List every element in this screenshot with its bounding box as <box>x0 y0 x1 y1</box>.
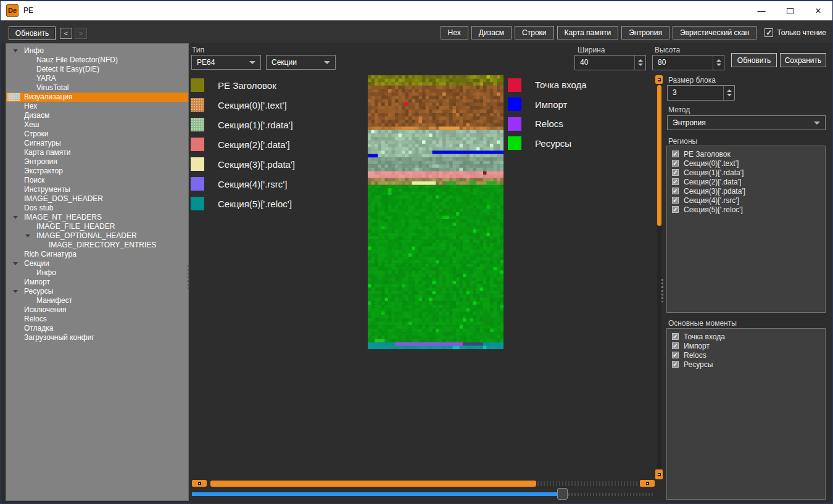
sidebar-item-сигнатуры[interactable]: Сигнатуры <box>6 139 188 148</box>
minimize-button[interactable]: — <box>747 1 776 20</box>
strings-button[interactable]: Строки <box>515 26 553 39</box>
sidebar-item-label: Инфо <box>6 46 188 56</box>
back-button[interactable]: < <box>60 28 72 39</box>
sidebar-item-энтропия[interactable]: Энтропия <box>6 157 188 167</box>
width-spinner[interactable]: 40 <box>574 55 646 70</box>
right-panel-splitter[interactable] <box>661 279 663 302</box>
checkbox[interactable]: ✓ <box>672 160 679 167</box>
sidebar-item-импорт[interactable]: Импорт <box>6 278 188 287</box>
scroll-left-button[interactable] <box>192 480 207 487</box>
heuristic-scan-button[interactable]: Эвристический скан <box>673 26 756 39</box>
visualization-bitmap[interactable] <box>368 75 504 349</box>
checkbox[interactable]: ✓ <box>672 206 679 213</box>
sidebar-item-карта-памяти[interactable]: Карта памяти <box>6 148 188 157</box>
check-item-relocs[interactable]: ✓Relocs <box>667 350 825 360</box>
sidebar-item-дизасм[interactable]: Дизасм <box>6 111 188 120</box>
memory-map-button[interactable]: Карта памяти <box>557 26 619 39</box>
viz-refresh-button[interactable]: Обновить <box>731 53 777 67</box>
checkbox[interactable]: ✓ <box>672 178 679 185</box>
block-size-spinner[interactable]: 3 <box>667 85 735 101</box>
checkbox[interactable]: ✓ <box>672 333 679 340</box>
save-button[interactable]: Сохранить <box>780 53 826 67</box>
sidebar-item-поиск[interactable]: Поиск <box>6 176 188 185</box>
sidebar-item-relocs[interactable]: Relocs <box>6 315 188 324</box>
sidebar-item-label: Инструменты <box>6 185 188 194</box>
sidebar-item-hex[interactable]: Hex <box>6 102 188 111</box>
sidebar-item-image-dos-header[interactable]: IMAGE_DOS_HEADER <box>6 194 188 204</box>
sidebar-item-label: Relocs <box>6 315 188 324</box>
scroll-right-button[interactable] <box>640 480 655 487</box>
sidebar-item-экстрактор[interactable]: Экстрактор <box>6 167 188 176</box>
check-item-ресурсы[interactable]: ✓Ресурсы <box>667 360 825 369</box>
sidebar-splitter[interactable] <box>188 265 189 289</box>
check-item-секция-0-text[interactable]: ✓Секция(0)['.text'] <box>667 159 825 168</box>
check-item-pe-заголовок[interactable]: ✓PE Заголовок <box>667 149 825 159</box>
spinner-arrows-icon[interactable] <box>713 56 724 70</box>
expand-arrow-icon[interactable] <box>13 49 18 52</box>
checkbox[interactable]: ✓ <box>672 197 679 204</box>
sidebar-item-исключения[interactable]: Исключения <box>6 305 188 315</box>
refresh-button[interactable]: Обновить <box>9 27 56 40</box>
type-combo[interactable]: PE64 <box>191 55 261 70</box>
check-item-секция-2-data[interactable]: ✓Секция(2)['.data'] <box>667 177 825 186</box>
checkbox[interactable]: ✓ <box>672 342 679 349</box>
checkbox[interactable]: ✓ <box>672 361 679 368</box>
close-button[interactable]: ✕ <box>804 1 832 20</box>
expand-arrow-icon[interactable] <box>25 234 30 238</box>
sidebar-item-image-directory-entries[interactable]: IMAGE_DIRECTORY_ENTRIES <box>6 241 188 250</box>
check-item-секция-4-rsrc[interactable]: ✓Секция(4)['.rsrc'] <box>667 196 825 205</box>
sidebar-item-инфо[interactable]: Инфо <box>6 46 188 56</box>
checkbox[interactable]: ✓ <box>672 151 679 157</box>
checkbox[interactable]: ✓ <box>672 352 679 358</box>
spinner-arrows-icon[interactable] <box>634 56 645 70</box>
forward-button[interactable]: > <box>75 28 87 39</box>
check-item-точка-входа[interactable]: ✓Точка входа <box>667 332 825 341</box>
sidebar-item-секции[interactable]: Секции <box>6 259 188 268</box>
expand-arrow-icon[interactable] <box>13 290 18 293</box>
sidebar-item-строки[interactable]: Строки <box>6 130 188 139</box>
check-item-секция-5-reloc[interactable]: ✓Секция(5)['.reloc'] <box>667 205 825 214</box>
height-spinner[interactable]: 80 <box>652 55 724 70</box>
check-item-импорт[interactable]: ✓Импорт <box>667 341 825 350</box>
disasm-button[interactable]: Дизасм <box>471 26 512 39</box>
sidebar-item-yara[interactable]: YARA <box>6 74 188 83</box>
sidebar-item-detect-it-easy-die[interactable]: Detect It Easy(DiE) <box>6 65 188 74</box>
sidebar-item-хеш[interactable]: Хеш <box>6 120 188 130</box>
horizontal-scrollbar-thumb[interactable] <box>210 481 536 487</box>
sidebar-item-визуализация[interactable]: Визуализация <box>6 93 188 102</box>
mode-combo[interactable]: Секции <box>266 55 336 70</box>
sidebar-item-nauz-file-detector-nfd[interactable]: Nauz File Detector(NFD) <box>6 56 188 65</box>
method-combo[interactable]: Энтропия <box>667 115 826 130</box>
checkbox[interactable]: ✓ <box>672 188 679 194</box>
vertical-scrollbar-thumb[interactable] <box>657 85 661 226</box>
expand-arrow-icon[interactable] <box>13 216 18 219</box>
sidebar-item-image-optional-header[interactable]: IMAGE_OPTIONAL_HEADER <box>6 231 188 241</box>
legend-label: Секция(0)['.text'] <box>218 100 287 110</box>
zoom-slider-handle[interactable] <box>557 488 568 500</box>
sidebar-item-ресурсы[interactable]: Ресурсы <box>6 287 188 296</box>
sidebar-item-манифест[interactable]: Манифест <box>6 296 188 305</box>
sidebar-item-инфо[interactable]: Инфо <box>6 268 188 278</box>
check-item-label: Секция(3)['.pdata'] <box>684 187 745 196</box>
sidebar-item-инструменты[interactable]: Инструменты <box>6 185 188 194</box>
sidebar-item-dos-stub[interactable]: Dos stub <box>6 204 188 213</box>
entropy-button[interactable]: Энтропия <box>621 26 669 39</box>
checkbox[interactable]: ✓ <box>672 169 679 176</box>
sidebar-item-rich-сигнатура[interactable]: Rich Сигнатура <box>6 250 188 259</box>
sidebar-item-image-file-header[interactable]: IMAGE_FILE_HEADER <box>6 222 188 231</box>
spinner-arrows-icon[interactable] <box>723 86 734 100</box>
sidebar-item-загрузочный-конфиг[interactable]: Загрузочный конфиг <box>6 333 188 342</box>
expand-arrow-icon[interactable] <box>13 262 18 265</box>
maximize-button[interactable] <box>776 1 804 20</box>
hex-button[interactable]: Hex <box>441 26 468 39</box>
legend-label: Точка входа <box>535 80 587 90</box>
check-item-секция-1-rdata[interactable]: ✓Секция(1)['.rdata'] <box>667 168 825 177</box>
scroll-up-button[interactable] <box>655 75 663 84</box>
scroll-down-button[interactable] <box>655 469 663 479</box>
sidebar-item-label: Hex <box>6 102 188 111</box>
readonly-checkbox[interactable]: ✓ <box>765 28 773 37</box>
check-item-секция-3-pdata[interactable]: ✓Секция(3)['.pdata'] <box>667 186 825 196</box>
sidebar-item-отладка[interactable]: Отладка <box>6 324 188 333</box>
sidebar-item-image-nt-headers[interactable]: IMAGE_NT_HEADERS <box>6 213 188 222</box>
sidebar-item-virustotal[interactable]: VirusTotal <box>6 83 188 93</box>
